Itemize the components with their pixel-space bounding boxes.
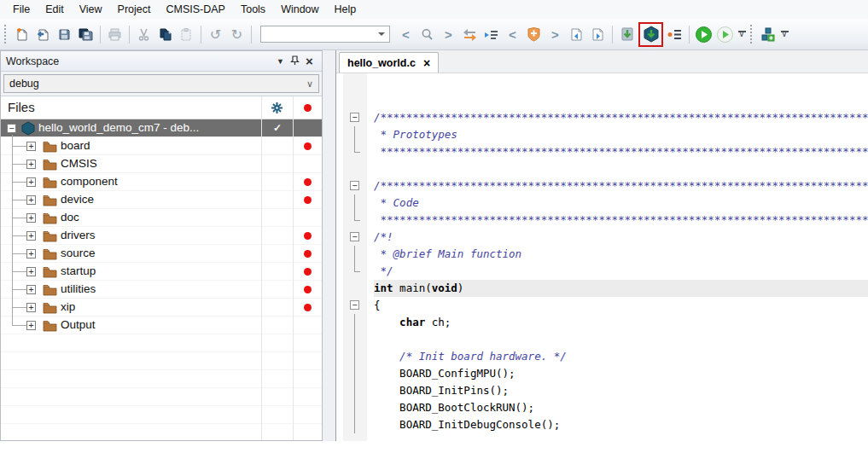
toolbar-grip[interactable]: [4, 25, 9, 44]
new-document-button[interactable]: [11, 24, 32, 45]
redo-button[interactable]: ↻: [226, 24, 248, 45]
tree-row-source[interactable]: +source: [1, 245, 322, 263]
code-line-17[interactable]: BOARD_InitPins();: [336, 382, 868, 399]
collapse-icon[interactable]: −: [7, 124, 16, 133]
code-line-16[interactable]: BOARD_ConfigMPU();: [336, 365, 868, 382]
navigate-forward-button[interactable]: >: [438, 24, 459, 45]
expand-icon[interactable]: +: [26, 142, 36, 151]
toolbar-grip[interactable]: [750, 25, 754, 44]
tree-row-component[interactable]: +component: [1, 173, 322, 191]
go-secondary-button[interactable]: [714, 24, 736, 45]
code-line-8[interactable]: −/*!: [336, 229, 868, 246]
bookmark-shield-button[interactable]: [523, 24, 545, 45]
tree-row-xip[interactable]: +xip: [1, 299, 322, 317]
fold-collapse-icon[interactable]: −: [350, 232, 359, 241]
expand-icon[interactable]: +: [26, 213, 36, 223]
print-button[interactable]: [104, 24, 125, 45]
save-all-button[interactable]: [75, 24, 96, 45]
open-document-button[interactable]: [32, 24, 54, 45]
code-line-6[interactable]: * Code: [336, 195, 868, 212]
menu-tools[interactable]: Tools: [233, 1, 273, 18]
expand-icon[interactable]: +: [26, 177, 36, 187]
menu-project[interactable]: Project: [110, 1, 159, 18]
code-line-10[interactable]: */: [336, 263, 868, 280]
code-line-11[interactable]: int main(void): [336, 280, 868, 297]
find-button[interactable]: [417, 24, 438, 45]
tree-row-startup[interactable]: +startup: [1, 263, 322, 281]
window-menu-button[interactable]: ▼: [273, 57, 288, 66]
menu-edit[interactable]: Edit: [38, 1, 72, 18]
download-active-application-button[interactable]: [616, 24, 638, 45]
next-document-button[interactable]: [587, 24, 609, 45]
code-line-15[interactable]: /* Init board hardware. */: [336, 348, 868, 365]
tree-row-project-root[interactable]: −hello_world_demo_cm7 - deb...✓: [1, 119, 322, 137]
tree-row-utilities[interactable]: +utilities: [1, 281, 322, 299]
navigate-back-button[interactable]: <: [395, 24, 417, 45]
previous-document-button[interactable]: [566, 24, 587, 45]
expand-icon[interactable]: +: [26, 249, 36, 258]
code-line-18[interactable]: BOARD_BootClockRUN();: [336, 399, 868, 416]
download-and-debug-button[interactable]: [640, 24, 661, 45]
debug-without-downloading-button[interactable]: [664, 24, 685, 45]
workspace-titlebar[interactable]: Workspace ▼ ×: [1, 51, 322, 72]
goto-list-button[interactable]: [481, 24, 502, 45]
go-button[interactable]: [693, 24, 714, 45]
menu-cmsis-dap[interactable]: CMSIS-DAP: [158, 1, 232, 18]
toolbar-overflow-button[interactable]: ∨: [736, 31, 748, 38]
expand-icon[interactable]: +: [26, 285, 36, 294]
next-bookmark-button[interactable]: >: [545, 24, 566, 45]
code-line-7[interactable]: ****************************************…: [336, 212, 868, 229]
menu-file[interactable]: File: [5, 1, 38, 18]
files-header[interactable]: Files: [1, 96, 322, 119]
menu-help[interactable]: Help: [327, 1, 364, 18]
undo-button[interactable]: ↺: [205, 24, 226, 45]
cut-button[interactable]: [133, 24, 154, 45]
code-area[interactable]: −/**************************************…: [336, 73, 868, 441]
build-blocks-button[interactable]: [757, 24, 778, 45]
tab-close-icon[interactable]: ×: [423, 56, 430, 70]
code-line-2[interactable]: * Prototypes: [336, 126, 868, 143]
expand-icon[interactable]: +: [26, 321, 36, 330]
code-line-19[interactable]: BOARD_InitDebugConsole();: [336, 416, 868, 433]
tab-hello-world-c[interactable]: hello_world.c ×: [339, 52, 439, 73]
expand-icon[interactable]: +: [26, 303, 36, 312]
expand-icon[interactable]: +: [26, 267, 36, 276]
fold-collapse-icon[interactable]: −: [350, 113, 359, 122]
paste-button[interactable]: [176, 24, 197, 45]
fold-collapse-icon[interactable]: −: [350, 181, 359, 190]
save-button[interactable]: [54, 24, 75, 45]
code-line-9[interactable]: * @brief Main function: [336, 246, 868, 263]
copy-button[interactable]: [154, 24, 176, 45]
expand-icon[interactable]: +: [26, 231, 36, 241]
code-line-14[interactable]: [336, 331, 868, 348]
tree-row-device[interactable]: +device: [1, 191, 322, 209]
options-column-header[interactable]: [261, 96, 293, 119]
fold-line: [354, 195, 355, 212]
quick-search-combobox[interactable]: [260, 26, 390, 43]
menu-view[interactable]: View: [72, 1, 110, 18]
code-line-12[interactable]: −{: [336, 297, 868, 314]
code-line-1[interactable]: −/**************************************…: [336, 109, 868, 126]
pin-button[interactable]: [288, 55, 302, 67]
tree-row-doc[interactable]: +doc: [1, 209, 322, 227]
code-line-13[interactable]: char ch;: [336, 314, 868, 331]
previous-bookmark-button[interactable]: <: [502, 24, 523, 45]
fold-collapse-icon[interactable]: −: [350, 300, 359, 310]
tree-row-output[interactable]: +Output: [1, 317, 322, 334]
menu-window[interactable]: Window: [273, 1, 326, 18]
swap-arrows-button[interactable]: [459, 24, 481, 45]
tree-row-cmsis[interactable]: +CMSIS: [1, 155, 322, 173]
tree-row-board[interactable]: +board: [1, 137, 322, 155]
tree-row-drivers[interactable]: +drivers: [1, 227, 322, 245]
code-line-4[interactable]: [336, 160, 868, 177]
configuration-selector[interactable]: debug ∨: [3, 74, 319, 93]
close-panel-button[interactable]: ×: [302, 55, 317, 67]
expand-icon[interactable]: +: [26, 195, 36, 205]
tree-connector: [12, 146, 26, 147]
code-line-3[interactable]: ****************************************…: [336, 143, 868, 160]
breakpoint-column-header[interactable]: [293, 96, 322, 119]
toolbar-overflow-button-2[interactable]: ∨: [778, 31, 790, 38]
expand-icon[interactable]: +: [26, 160, 36, 169]
panel-splitter[interactable]: [323, 50, 336, 441]
code-line-5[interactable]: −/**************************************…: [336, 177, 868, 195]
